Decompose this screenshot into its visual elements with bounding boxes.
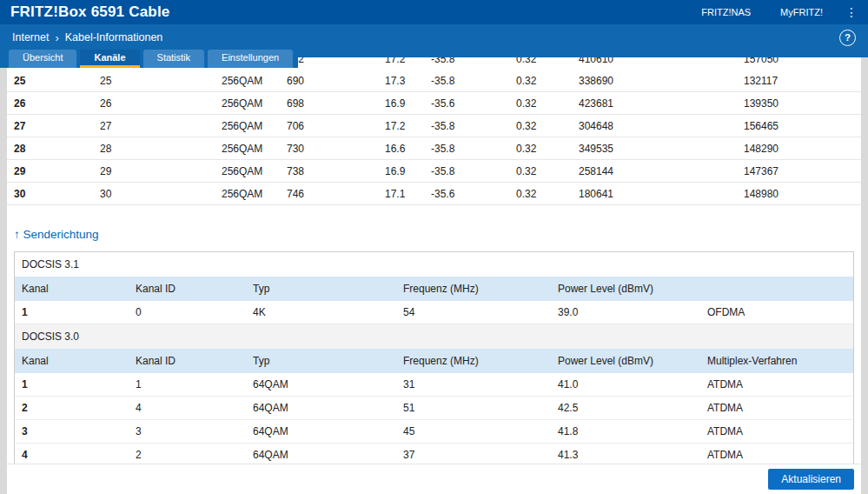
table-cell: -35.8 [431,75,516,87]
table-cell: 0.32 [516,143,579,155]
table-cell: Typ [253,355,403,367]
table-cell: 256QAM [222,165,287,177]
table-row: 3030256QAM74617.1-35.60.32180641148980 [7,183,861,205]
table-cell: 349535 [579,143,744,155]
docsis-31-label: DOCSIS 3.1 [15,252,853,277]
table-cell: 16.6 [385,143,431,155]
table-cell: 258144 [579,165,744,177]
table-cell: 64QAM [253,425,403,437]
table-cell: 27 [14,120,100,132]
table-row: 2727256QAM70617.2-35.80.32304648156465 [7,115,861,137]
table-cell: 1 [22,306,136,318]
myfritz-link[interactable]: MyFRITZ! [780,7,823,17]
kebab-menu-icon[interactable]: ⋮ [845,6,858,18]
table-cell: 1 [22,378,136,391]
table-cell: -35.8 [431,57,516,65]
table-cell: Kanal ID [136,283,253,295]
table-cell: ATDMA [707,449,853,461]
fritznas-link[interactable]: FRITZ!NAS [701,7,751,17]
table-cell: 25 [14,75,100,87]
table-cell: 51 [403,402,558,414]
breadcrumb: Internet › Kabel-Informationen ? [0,24,868,50]
table-cell: 39.0 [558,306,707,318]
upstream-heading: ↑ Senderichtung [14,228,861,241]
tab-einstellungen[interactable]: Einstellungen [208,50,293,68]
table-cell: 256QAM [222,75,287,87]
table-cell: 3 [22,425,136,437]
table-cell: 16.9 [385,97,431,110]
table-cell: 0.32 [516,75,579,87]
table-cell: -35.8 [431,165,516,177]
refresh-button[interactable]: Aktualisieren [768,469,854,490]
table-cell: 147367 [744,165,861,177]
docsis-30-label: DOCSIS 3.0 [15,324,853,349]
table-cell: Frequenz (MHz) [403,355,558,367]
table-cell: 17.3 [385,75,431,87]
table-cell: 682 [287,57,385,65]
table-cell: 738 [287,165,385,177]
table-cell: ATDMA [707,402,853,414]
table-cell: 17.2 [385,57,431,65]
table-cell: Kanal [22,283,136,295]
table-cell: 0.32 [516,120,579,132]
table-cell: 148290 [744,143,861,155]
table-cell: 30 [100,188,222,200]
table-cell: 698 [287,97,385,110]
table-cell: 45 [403,425,558,437]
table-cell: 157050 [744,57,861,65]
table-cell: 29 [14,165,100,177]
table-cell: 256QAM [222,188,287,200]
table-cell: 139350 [744,97,861,110]
table-row: 2525256QAM69017.3-35.80.32338690132117 [7,70,861,92]
table-row: 2464QAM5142.5ATDMA [15,397,853,420]
table-row: 1164QAM3141.0ATDMA [15,373,853,397]
breadcrumb-separator-icon: › [55,31,58,44]
table-cell: 256QAM [222,97,287,110]
table-cell: 3 [136,425,253,437]
table-cell: 0.32 [516,188,579,200]
table-cell: 31 [403,378,558,391]
table-cell: 1 [136,378,253,391]
card-footer: Aktualisieren [7,464,861,494]
table-cell: 423681 [579,97,744,110]
content-panel: 2424256QAM68217.2-35.80.32410610157050 2… [7,57,861,494]
table-cell: Multiplex-Verfahren [707,355,853,367]
table-cell: -35.6 [431,97,516,110]
table-cell: ATDMA [707,425,853,437]
table-cell: 2 [22,402,136,414]
table-cell: 706 [287,120,385,132]
table-cell: 730 [287,143,385,155]
tab-kanaele[interactable]: Kanäle [80,50,139,68]
breadcrumb-internet[interactable]: Internet [12,31,49,43]
table-cell: 4K [253,306,403,318]
table-cell: 29 [100,165,222,177]
table-cell: 17.2 [385,120,431,132]
table-cell: 30 [14,188,100,200]
header-links: FRITZ!NAS MyFRITZ! [701,7,823,17]
help-button[interactable]: ? [839,30,856,46]
table-cell: 41.3 [558,449,707,461]
table-cell: 41.0 [558,378,707,391]
table-cell: Frequenz (MHz) [403,283,558,295]
table-cell: -35.6 [431,188,516,200]
table-cell: 28 [14,143,100,155]
table-cell: Power Level (dBmV) [558,355,707,367]
table-cell: 27 [100,120,222,132]
table-cell: 4 [22,449,136,461]
table-cell: 0.32 [516,97,579,110]
table-cell: 41.8 [558,425,707,437]
tab-statistik[interactable]: Statistik [143,50,205,68]
docsis-31-table-body: 104K5439.0OFDMA [15,301,853,324]
table-cell: 410610 [579,57,744,65]
table-cell: 54 [403,306,558,318]
table-cell: 0.32 [516,57,579,65]
table-cell: 26 [14,97,100,110]
tab-uebersicht[interactable]: Übersicht [9,50,76,68]
table-row: 2626256QAM69816.9-35.60.32423681139350 [7,92,861,115]
table-cell: 338690 [579,75,744,87]
tab-bar: Übersicht Kanäle Statistik Einstellungen [0,50,298,68]
table-row: 104K5439.0OFDMA [15,301,853,324]
table-cell: 690 [287,75,385,87]
table-cell: 0.32 [516,165,579,177]
table-cell: 26 [100,97,222,110]
